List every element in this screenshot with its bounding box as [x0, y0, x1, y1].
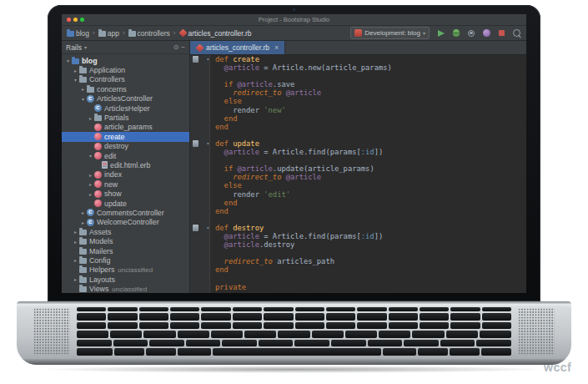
breadcrumb-item[interactable]: articles_controller.rb [179, 29, 252, 38]
code-line [190, 72, 526, 80]
keyboard-key [482, 313, 511, 321]
gutter [190, 249, 210, 257]
search-everywhere-button[interactable] [511, 28, 521, 38]
hide-panel-icon[interactable]: − [181, 44, 185, 51]
keyboard-key [326, 322, 355, 330]
tree-item-concerns[interactable]: ▸concerns [62, 84, 189, 93]
tree-item-update[interactable]: update [62, 199, 189, 208]
tree-item-label: Mailers [89, 247, 113, 255]
close-tab-icon[interactable]: × [274, 43, 279, 52]
goto-view-gutter-icon[interactable] [193, 56, 199, 63]
code-text: redirect_to articles_path [210, 257, 334, 265]
expand-arrow-icon[interactable]: ▸ [87, 172, 94, 178]
gutter [190, 131, 210, 139]
keyboard-key [233, 322, 262, 330]
gutter [190, 148, 210, 156]
method-icon [94, 143, 102, 150]
code-line: @article = Article.find(params[:id]) [190, 232, 526, 240]
keyboard-key [201, 313, 230, 321]
expand-arrow-icon[interactable]: ▸ [87, 115, 94, 121]
code-line [190, 274, 526, 282]
keyboard-key [295, 313, 324, 321]
tree-item-edit[interactable]: ▾edit [62, 151, 189, 160]
run-button[interactable] [436, 28, 446, 38]
run-configuration-select[interactable]: Development: blog ▾ [350, 27, 430, 39]
tree-item-new[interactable]: ▸new [62, 179, 189, 189]
expand-arrow-icon[interactable]: ▸ [79, 86, 87, 92]
tree-item-helpers[interactable]: Helpersunclassified [62, 265, 189, 275]
tree-item-commentscontroller[interactable]: ▸CommentsController [62, 208, 189, 217]
expand-arrow-icon[interactable]: ▸ [72, 257, 79, 263]
debug-button[interactable] [451, 28, 461, 38]
tree-item-index[interactable]: ▸index [62, 170, 189, 179]
keyboard-key [139, 313, 168, 321]
code-text [210, 249, 215, 257]
expand-arrow-icon[interactable]: ▸ [72, 239, 79, 245]
tree-item-show[interactable]: ▸show [62, 189, 189, 198]
code-line: redirect_to @article [190, 173, 526, 181]
breadcrumb-item[interactable]: app [98, 29, 119, 38]
expand-arrow-icon[interactable]: ▸ [72, 276, 79, 282]
code-line: redirect_to articles_path [190, 257, 526, 265]
keyboard-key [295, 307, 324, 311]
tree-item-create[interactable]: create [62, 132, 189, 141]
gutter [190, 106, 210, 114]
fold-marker-icon[interactable]: ▾ [206, 139, 209, 148]
tree-item-articlescontroller[interactable]: ▾ArticlesController [62, 94, 189, 104]
expand-arrow-icon[interactable]: ▾ [79, 96, 87, 102]
breadcrumb-item[interactable]: blog [67, 29, 89, 38]
tree-item-label: new [104, 180, 118, 189]
tab-articles-controller[interactable]: articles_controller.rb × [190, 41, 285, 54]
gutter [190, 72, 210, 80]
tree-item-models[interactable]: ▸Models [62, 236, 189, 245]
goto-view-gutter-icon[interactable] [193, 140, 199, 147]
expand-arrow-icon[interactable]: ▾ [87, 153, 94, 159]
expand-arrow-icon[interactable]: ▸ [72, 229, 79, 235]
breadcrumb-item[interactable]: controllers [128, 29, 170, 38]
folder-icon [79, 77, 87, 83]
gutter [190, 232, 210, 240]
fold-marker-icon[interactable]: ▾ [206, 224, 209, 232]
tree-item-partials[interactable]: ▸Partials [62, 113, 189, 122]
code-line [190, 249, 526, 257]
expand-arrow-icon[interactable]: ▸ [79, 220, 87, 225]
tree-item-blog[interactable]: ▾blog [62, 56, 189, 65]
tree-item-config[interactable]: ▸Config [62, 255, 189, 265]
expand-arrow-icon[interactable]: ▸ [87, 181, 94, 187]
keyboard-row [77, 340, 511, 347]
expand-arrow-icon[interactable]: ▾ [72, 77, 79, 83]
laptop-base [17, 301, 571, 365]
goto-view-gutter-icon[interactable] [193, 225, 199, 231]
tree-item-application[interactable]: ▸Application [62, 65, 189, 74]
keyboard-row [77, 307, 511, 311]
expand-arrow-icon[interactable]: ▸ [79, 210, 87, 215]
view-selector[interactable]: Rails [66, 43, 82, 52]
page: Project - Bootstrap Studio blog›app›cont… [0, 0, 588, 384]
stop-button[interactable] [496, 28, 506, 38]
code-line: render 'new' [190, 106, 526, 114]
tree-item-destroy[interactable]: destroy [62, 142, 189, 151]
tree-item-controllers[interactable]: ▾Controllers [62, 75, 189, 84]
tree-item-mailers[interactable]: Mailers [62, 246, 189, 255]
code-editor[interactable]: ▾def create @article = Article.new(artic… [190, 55, 526, 293]
tree-item-views[interactable]: Viewsunclassified [62, 284, 189, 293]
code-text [210, 72, 215, 80]
tree-item-articleshelper[interactable]: ArticlesHelper [62, 104, 189, 113]
tree-item-article-params[interactable]: article_params [62, 123, 189, 132]
expand-arrow-icon[interactable]: ▾ [64, 58, 72, 63]
tree-item-welcomecontroller[interactable]: ▸WelcomeController [62, 218, 189, 227]
expand-arrow-icon[interactable]: ▸ [87, 191, 94, 197]
locate-icon[interactable]: ⊙ [173, 44, 179, 51]
keyboard-row [77, 313, 511, 321]
folder-icon [79, 239, 87, 245]
code-line: ▾def update [190, 139, 526, 148]
tree-item-edit-html-erb[interactable]: edit.html.erb [62, 160, 189, 169]
run-with-coverage-button[interactable] [466, 28, 476, 38]
keyboard-key [480, 331, 511, 338]
expand-arrow-icon[interactable]: ▸ [72, 68, 79, 73]
keyboard-key [482, 322, 511, 330]
tree-item-assets[interactable]: ▸Assets [62, 227, 189, 236]
fold-marker-icon[interactable]: ▾ [206, 55, 209, 63]
profiler-button[interactable] [481, 28, 491, 38]
tree-item-layouts[interactable]: ▸Layouts [62, 275, 189, 284]
